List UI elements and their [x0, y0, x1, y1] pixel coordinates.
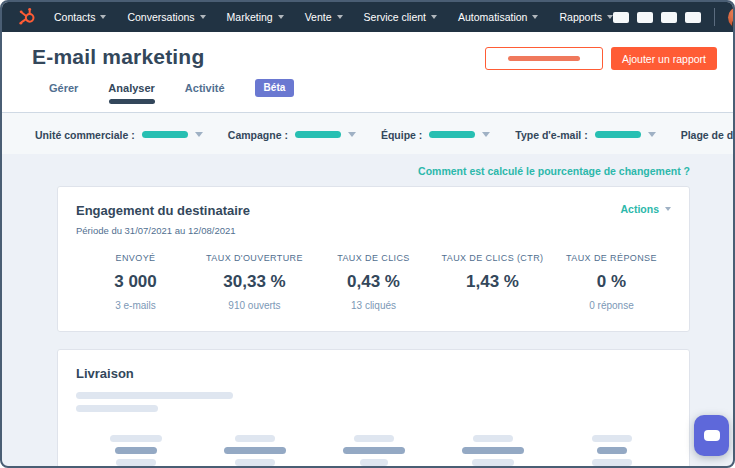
redacted-label-placeholder [508, 56, 580, 61]
skeleton-metric-column [195, 435, 314, 466]
nav-item-automatisation[interactable]: Automatisation [458, 11, 538, 23]
metric-click-rate: TAUX DE CLICS 0,43 % 13 cliqués [314, 253, 433, 311]
metric-open-rate: TAUX D'OUVERTURE 30,33 % 910 ouverts [195, 253, 314, 311]
loading-placeholder-metrics [76, 435, 671, 466]
filter-email-type[interactable]: Type d'e-mail : [515, 129, 655, 141]
nav-item-rapports[interactable]: Rapports [559, 11, 613, 23]
toolbar-icon-placeholder-1[interactable] [613, 12, 629, 23]
page-title: E-mail marketing [32, 45, 204, 69]
redacted-value-placeholder [595, 131, 641, 138]
filter-business-unit[interactable]: Unité commerciale : [35, 129, 203, 141]
chevron-down-icon [195, 132, 203, 137]
chevron-down-icon [482, 132, 490, 137]
chevron-down-icon [348, 132, 356, 137]
nav-item-conversations[interactable]: Conversations [127, 11, 205, 23]
engagement-card-title: Engagement du destinataire [76, 203, 250, 218]
tab-bar: Gérer Analyser Activité Béta [32, 82, 717, 112]
toolbar-icon-placeholder-4[interactable] [685, 12, 701, 23]
top-navigation: Contacts Conversations Marketing Vente S… [2, 2, 733, 32]
engagement-card: Engagement du destinataire Période du 31… [57, 186, 690, 332]
app-window: Contacts Conversations Marketing Vente S… [0, 0, 735, 468]
metrics-row: ENVOYÉ 3 000 3 e-mails TAUX D'OUVERTURE … [76, 253, 671, 311]
redacted-value-placeholder [142, 131, 188, 138]
toolbar-icon-placeholder-3[interactable] [661, 12, 677, 23]
filter-bar: Unité commerciale : Campagne : Équipe : … [2, 113, 733, 154]
chevron-down-icon [337, 15, 343, 19]
filter-date-range: Plage de dates : au [681, 126, 735, 143]
filter-campaign[interactable]: Campagne : [228, 129, 356, 141]
skeleton-metric-column [76, 435, 195, 466]
skeleton-metric-column [433, 435, 552, 466]
skeleton-metric-column [552, 435, 671, 466]
metric-reply-rate: TAUX DE RÉPONSE 0 % 0 réponse [552, 253, 671, 311]
report-period: Période du 31/07/2021 au 12/08/2021 [76, 225, 250, 236]
nav-utilities [613, 7, 735, 28]
page-header: E-mail marketing Ajouter un rapport Gére… [2, 32, 733, 113]
tab-gerer[interactable]: Gérer [49, 82, 78, 106]
delivery-card-title: Livraison [76, 366, 671, 381]
nav-item-marketing[interactable]: Marketing [227, 11, 284, 23]
loading-placeholder-line [76, 405, 158, 412]
hubspot-sprocket-icon [18, 7, 38, 27]
loading-placeholder-line [76, 392, 233, 399]
divider [714, 8, 715, 26]
actions-dropdown[interactable]: Actions [620, 203, 671, 215]
beta-badge: Béta [255, 79, 295, 97]
nav-item-contacts[interactable]: Contacts [54, 11, 106, 23]
active-tab-indicator [109, 99, 155, 104]
skeleton-metric-column [314, 435, 433, 466]
chevron-down-icon [665, 207, 671, 211]
percentage-change-help-link[interactable]: Comment est calculé le pourcentage de ch… [418, 165, 690, 177]
redacted-value-placeholder [429, 131, 475, 138]
chat-widget-button[interactable] [694, 415, 729, 456]
redacted-value-placeholder [295, 131, 341, 138]
secondary-action-button[interactable] [485, 47, 603, 70]
chevron-down-icon [200, 15, 206, 19]
chevron-down-icon [100, 15, 106, 19]
nav-menu: Contacts Conversations Marketing Vente S… [54, 11, 613, 23]
chevron-down-icon [431, 15, 437, 19]
chevron-down-icon [532, 15, 538, 19]
tab-activite[interactable]: Activité [185, 82, 225, 106]
user-avatar[interactable] [728, 7, 735, 28]
toolbar-icon-placeholder-2[interactable] [637, 12, 653, 23]
chevron-down-icon [648, 132, 656, 137]
filter-team[interactable]: Équipe : [381, 129, 490, 141]
delivery-card: Livraison [57, 349, 690, 468]
chat-bubble-icon [704, 430, 720, 441]
tab-analyser[interactable]: Analyser [108, 82, 154, 106]
add-report-button[interactable]: Ajouter un rapport [611, 47, 717, 70]
nav-item-vente[interactable]: Vente [305, 11, 343, 23]
main-content: Comment est calculé le pourcentage de ch… [2, 154, 733, 468]
hubspot-logo[interactable] [18, 7, 38, 27]
metric-sent: ENVOYÉ 3 000 3 e-mails [76, 253, 195, 311]
nav-item-service-client[interactable]: Service client [364, 11, 437, 23]
metric-ctr: TAUX DE CLICS (CTR) 1,43 % [433, 253, 552, 311]
chevron-down-icon [278, 15, 284, 19]
